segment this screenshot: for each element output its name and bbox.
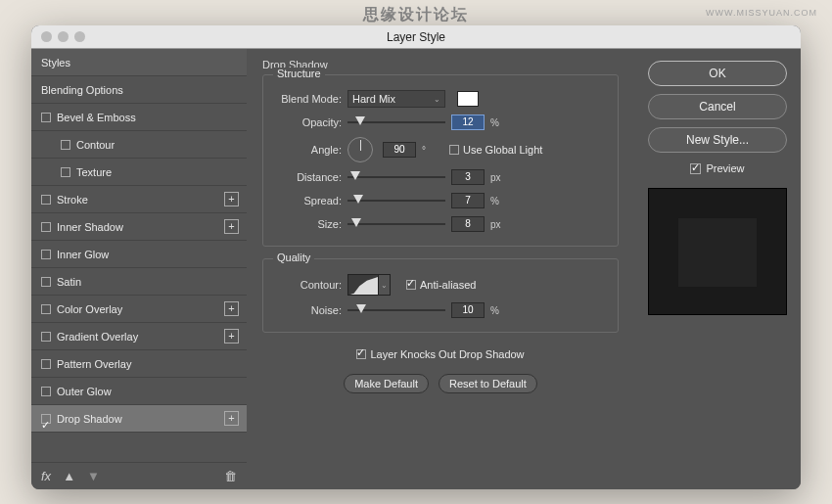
angle-unit: ° xyxy=(422,145,438,156)
style-row-label: Contour xyxy=(76,131,115,159)
traffic-min-icon[interactable] xyxy=(58,31,69,42)
style-row-label: Texture xyxy=(76,159,112,186)
style-row-blending-options[interactable]: Blending Options xyxy=(31,76,247,104)
style-checkbox[interactable] xyxy=(61,167,70,177)
blend-mode-value: Hard Mix xyxy=(352,93,395,105)
style-row-label: Inner Glow xyxy=(57,241,109,268)
noise-input[interactable]: 10 xyxy=(451,302,485,318)
opacity-input[interactable]: 12 xyxy=(451,115,485,130)
make-default-button[interactable]: Make Default xyxy=(344,374,429,393)
traffic-max-icon[interactable] xyxy=(74,31,85,42)
shadow-color-swatch[interactable] xyxy=(457,91,479,107)
trash-icon[interactable]: 🗑 xyxy=(224,469,237,483)
angle-input[interactable]: 90 xyxy=(383,142,416,158)
style-row-texture[interactable]: Texture xyxy=(31,159,247,186)
ok-button[interactable]: OK xyxy=(648,61,787,86)
size-unit: px xyxy=(490,219,506,230)
style-row-contour[interactable]: Contour xyxy=(31,131,247,159)
preview-thumbnail xyxy=(648,188,787,315)
dialog-title: Layer Style xyxy=(387,30,445,44)
opacity-label: Opacity: xyxy=(273,116,342,128)
contour-label: Contour: xyxy=(273,279,342,291)
add-effect-icon[interactable]: + xyxy=(224,219,239,234)
watermark-cn: 思缘设计论坛 xyxy=(363,5,469,25)
style-row-outer-glow[interactable]: Outer Glow xyxy=(31,378,247,405)
layer-style-dialog: Layer Style StylesBlending OptionsBevel … xyxy=(31,25,801,489)
style-row-stroke[interactable]: Stroke+ xyxy=(31,186,247,213)
style-checkbox[interactable] xyxy=(41,277,51,287)
preview-label: Preview xyxy=(706,162,744,174)
distance-input[interactable]: 3 xyxy=(451,169,485,185)
styles-sidebar: StylesBlending OptionsBevel & EmbossCont… xyxy=(31,49,247,489)
reset-default-button[interactable]: Reset to Default xyxy=(439,374,537,393)
noise-label: Noise: xyxy=(273,304,342,316)
style-row-drop-shadow[interactable]: Drop Shadow+ xyxy=(31,405,247,433)
contour-picker[interactable] xyxy=(347,274,379,296)
style-checkbox[interactable] xyxy=(41,304,51,314)
style-row-styles[interactable]: Styles xyxy=(31,49,247,76)
style-checkbox[interactable] xyxy=(41,195,51,205)
anti-aliased-checkbox[interactable] xyxy=(406,280,416,290)
layer-knocks-out[interactable]: Layer Knocks Out Drop Shadow xyxy=(356,348,524,360)
add-effect-icon[interactable]: + xyxy=(224,329,239,344)
global-light-checkbox[interactable] xyxy=(449,145,459,155)
arrow-down-icon[interactable]: ▼ xyxy=(87,469,100,483)
distance-label: Distance: xyxy=(273,171,342,183)
preview-checkbox[interactable] xyxy=(690,163,701,174)
style-checkbox[interactable] xyxy=(41,414,51,424)
structure-group: Structure Blend Mode: Hard Mix ⌄ Opacity… xyxy=(262,74,619,247)
contour-dropdown-icon[interactable]: ⌄ xyxy=(379,274,391,296)
style-row-inner-shadow[interactable]: Inner Shadow+ xyxy=(31,213,247,241)
style-checkbox[interactable] xyxy=(41,250,51,259)
style-row-label: Pattern Overlay xyxy=(57,350,131,378)
angle-dial[interactable] xyxy=(347,137,373,162)
fx-menu-icon[interactable]: fx xyxy=(41,469,51,483)
style-checkbox[interactable] xyxy=(41,113,51,122)
noise-slider[interactable] xyxy=(347,303,445,317)
window-controls xyxy=(41,31,85,42)
style-row-label: Bevel & Emboss xyxy=(57,104,136,131)
style-row-gradient-overlay[interactable]: Gradient Overlay+ xyxy=(31,323,247,350)
add-effect-icon[interactable]: + xyxy=(224,301,239,316)
global-light-label: Use Global Light xyxy=(463,144,542,156)
add-effect-icon[interactable]: + xyxy=(224,192,239,206)
structure-legend: Structure xyxy=(273,68,325,79)
style-row-inner-glow[interactable]: Inner Glow xyxy=(31,241,247,268)
style-row-label: Stroke xyxy=(57,186,88,213)
spread-input[interactable]: 7 xyxy=(451,193,485,208)
chevron-down-icon: ⌄ xyxy=(434,95,440,104)
use-global-light[interactable]: Use Global Light xyxy=(449,144,542,156)
style-checkbox[interactable] xyxy=(41,359,51,369)
distance-slider[interactable] xyxy=(347,170,445,184)
noise-unit: % xyxy=(490,305,506,316)
traffic-close-icon[interactable] xyxy=(41,31,52,42)
style-checkbox[interactable] xyxy=(41,222,51,232)
arrow-up-icon[interactable]: ▲ xyxy=(63,469,75,483)
style-row-satin[interactable]: Satin xyxy=(31,268,247,296)
style-row-label: Inner Shadow xyxy=(57,213,123,241)
size-slider[interactable] xyxy=(347,217,445,231)
preview-toggle[interactable]: Preview xyxy=(648,162,787,174)
blend-mode-select[interactable]: Hard Mix ⌄ xyxy=(347,90,445,108)
add-effect-icon[interactable]: + xyxy=(224,411,239,426)
style-row-label: Satin xyxy=(57,268,81,296)
layer-knocks-label: Layer Knocks Out Drop Shadow xyxy=(370,348,524,360)
style-row-label: Blending Options xyxy=(41,76,123,104)
style-checkbox[interactable] xyxy=(41,332,51,342)
new-style-button[interactable]: New Style... xyxy=(648,127,787,153)
size-input[interactable]: 8 xyxy=(451,216,485,232)
titlebar[interactable]: Layer Style xyxy=(31,25,801,49)
opacity-slider[interactable] xyxy=(347,115,445,129)
anti-aliased[interactable]: Anti-aliased xyxy=(406,279,476,291)
angle-label: Angle: xyxy=(273,144,342,156)
style-row-bevel-emboss[interactable]: Bevel & Emboss xyxy=(31,104,247,131)
style-checkbox[interactable] xyxy=(61,140,70,150)
cancel-button[interactable]: Cancel xyxy=(648,94,787,119)
style-checkbox[interactable] xyxy=(41,387,51,396)
size-label: Size: xyxy=(273,218,342,230)
right-panel: OK Cancel New Style... Preview xyxy=(634,49,801,489)
style-row-pattern-overlay[interactable]: Pattern Overlay xyxy=(31,350,247,378)
spread-slider[interactable] xyxy=(347,194,445,207)
style-row-color-overlay[interactable]: Color Overlay+ xyxy=(31,296,247,323)
layer-knocks-checkbox[interactable] xyxy=(356,349,366,359)
